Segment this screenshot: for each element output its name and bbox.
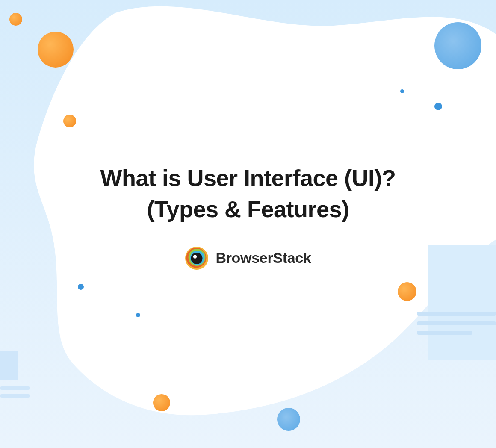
orange-dot-icon [63,115,76,127]
svg-rect-7 [417,331,472,335]
blue-dot-icon [136,313,140,317]
brand-logo: BrowserStack [185,246,311,270]
svg-point-13 [193,255,197,258]
svg-rect-2 [0,386,30,390]
browserstack-logo-icon [185,246,209,270]
svg-rect-1 [0,351,18,380]
orange-dot-icon [398,282,416,301]
blue-dot-icon [277,408,300,431]
blue-dot-icon [434,103,442,110]
blue-dot-icon [434,22,481,69]
orange-dot-icon [9,13,22,26]
svg-rect-6 [417,321,496,325]
svg-point-12 [191,253,203,264]
svg-rect-3 [0,394,30,398]
blue-dot-icon [78,284,84,290]
orange-dot-icon [38,32,74,68]
blue-dot-icon [400,89,404,93]
page-title: What is User Interface (UI)? (Types & Fe… [73,162,423,225]
hero-content: What is User Interface (UI)? (Types & Fe… [0,162,496,270]
svg-rect-5 [417,312,496,316]
brand-name: BrowserStack [216,250,311,266]
orange-dot-icon [153,394,170,411]
